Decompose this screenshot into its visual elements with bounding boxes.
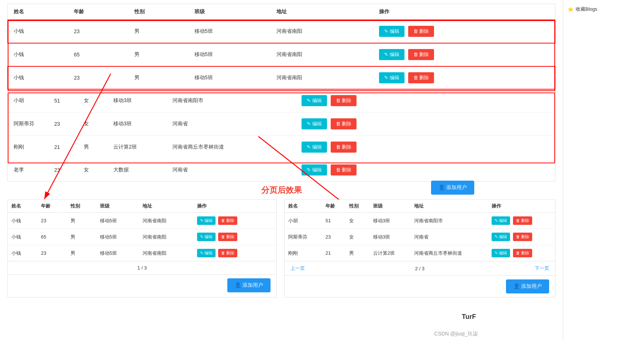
edit-button-sm[interactable]: ✎ 编辑 <box>492 216 510 225</box>
delete-button-sm[interactable]: 🗑 删除 <box>218 233 237 241</box>
cell-action: ✎ 编辑 🗑 删除 <box>373 43 555 66</box>
cell-address: 河南省南阳 <box>139 229 193 245</box>
edit-button-sm[interactable]: ✎ 编辑 <box>492 233 510 241</box>
cell-address: 河南省南阳 <box>139 213 193 229</box>
delete-button[interactable]: 🗑 删除 <box>331 164 357 175</box>
cell-action: ✎ 编辑 🗑 删除 <box>296 136 555 159</box>
gap <box>277 199 284 297</box>
cell-gender: 男 <box>128 20 189 43</box>
table-row: 小胡 51 女 移动3班 河南省南阳市 ✎ 编辑 🗑 删除 <box>8 89 555 112</box>
add-user-button-2[interactable]: 👤 添加用户 <box>506 279 549 293</box>
sidebar-item-blogs[interactable]: ⭐ 收藏Blogs <box>563 3 644 15</box>
cell-class: 移动3班 <box>369 213 410 229</box>
delete-button-sm[interactable]: 🗑 删除 <box>218 249 237 257</box>
edit-button[interactable]: ✎ 编辑 <box>302 164 327 175</box>
table-row: 小胡 51 女 移动3班 河南省南阳市 ✎ 编辑 🗑 删除 <box>285 213 555 229</box>
delete-button[interactable]: 🗑 删除 <box>331 95 357 106</box>
cell-age: 21 <box>322 245 345 261</box>
cell-action: ✎ 编辑 🗑 删除 <box>296 159 555 181</box>
cell-name: 小钱 <box>8 43 68 66</box>
cell-gender: 男 <box>345 245 369 261</box>
edit-button[interactable]: ✎ 编辑 <box>379 26 404 37</box>
cell-age: 23 <box>322 229 345 245</box>
add-user-button-1[interactable]: 👤 添加用户 <box>227 278 271 292</box>
cell-age: 23 <box>68 20 128 43</box>
cell-name: 小钱 <box>8 229 37 245</box>
right-sidebar: ⭐ 收藏Blogs <box>563 0 644 341</box>
main-table: 姓名 年龄 性别 班级 地址 操作 小钱 23 男 移动5班 <box>8 4 555 89</box>
cell-gender: 男 <box>67 213 96 229</box>
cell-name: 阿斯蒂芬 <box>8 112 48 136</box>
cell-address: 河南省南阳 <box>271 66 373 90</box>
delete-button[interactable]: 🗑 删除 <box>331 142 357 153</box>
edit-button[interactable]: ✎ 编辑 <box>302 118 327 129</box>
cell-class: 移动3班 <box>369 229 410 245</box>
page1-panel: 姓名 年龄 性别 班级 地址 操作 小钱 23 男 <box>7 199 277 297</box>
cell-age: 23 <box>48 159 78 181</box>
prev-page-link[interactable]: 上一页 <box>290 265 305 272</box>
cell-class: 移动3班 <box>107 112 166 136</box>
p1-col-name: 姓名 <box>8 200 37 213</box>
cell-address: 河南省南阳市 <box>410 213 488 229</box>
cell-class: 移动5班 <box>189 43 271 66</box>
delete-button[interactable]: 🗑 删除 <box>408 26 434 37</box>
main-table-wrapper: 姓名 年龄 性别 班级 地址 操作 小钱 23 男 移动5班 <box>7 4 555 182</box>
edit-button[interactable]: ✎ 编辑 <box>379 72 404 83</box>
page-number-2: 2 / 3 <box>415 266 424 271</box>
table-row: 小钱 65 男 移动5班 河南省南阳 ✎ 编辑 🗑 删除 <box>8 229 276 245</box>
cell-age: 65 <box>68 43 128 66</box>
cell-address: 河南省 <box>410 229 488 245</box>
turf-label: TurF <box>462 313 476 321</box>
cell-gender: 男 <box>128 43 189 66</box>
delete-button-sm[interactable]: 🗑 删除 <box>513 249 532 257</box>
p1-col-action: 操作 <box>193 200 276 213</box>
cell-class: 移动5班 <box>189 20 271 43</box>
main-add-user-button[interactable]: 👤 添加用户 <box>431 181 474 195</box>
cell-address: 河南省南阳 <box>271 43 373 66</box>
cell-class: 移动5班 <box>96 213 139 229</box>
table-row: 刚刚 21 男 云计算2班 河南省商丘市枣林街道 ✎ 编辑 🗑 删除 <box>8 136 555 159</box>
table-row: 小钱 23 男 移动5班 河南省南阳 ✎ 编辑 🗑 删除 <box>8 245 276 261</box>
edit-button-sm[interactable]: ✎ 编辑 <box>197 249 216 257</box>
next-page-link[interactable]: 下一页 <box>535 265 549 272</box>
cell-name: 刚刚 <box>285 245 322 261</box>
page2-table: 姓名 年龄 性别 班级 地址 操作 小胡 51 女 <box>285 200 555 261</box>
cell-address: 河南省南阳市 <box>166 89 296 112</box>
cell-age: 21 <box>48 136 78 159</box>
edit-button[interactable]: ✎ 编辑 <box>302 142 327 153</box>
col-action: 操作 <box>373 4 555 20</box>
p1-col-address: 地址 <box>139 200 193 213</box>
delete-button-sm[interactable]: 🗑 删除 <box>513 233 532 241</box>
col-class: 班级 <box>189 4 271 20</box>
edit-button[interactable]: ✎ 编辑 <box>302 95 327 106</box>
edit-button-sm[interactable]: ✎ 编辑 <box>197 233 216 241</box>
cell-name: 小钱 <box>8 66 68 90</box>
cell-class: 云计算2班 <box>369 245 410 261</box>
cell-address: 河南省南阳 <box>139 245 193 261</box>
p1-col-gender: 性别 <box>67 200 96 213</box>
cell-age: 23 <box>48 112 78 136</box>
delete-button[interactable]: 🗑 删除 <box>331 118 357 129</box>
delete-button[interactable]: 🗑 删除 <box>408 72 434 83</box>
edit-button-sm[interactable]: ✎ 编辑 <box>492 249 510 257</box>
edit-button-sm[interactable]: ✎ 编辑 <box>197 216 216 225</box>
table-row: 小钱 65 男 移动5班 河南省南阳 ✎ 编辑 🗑 删除 <box>8 43 555 66</box>
bottom-section: 姓名 年龄 性别 班级 地址 操作 小钱 23 男 <box>7 199 555 297</box>
cell-age: 51 <box>322 213 345 229</box>
main-content: 姓名 年龄 性别 班级 地址 操作 小钱 23 男 移动5班 <box>0 0 563 341</box>
p2-col-address: 地址 <box>410 200 488 213</box>
pagination-row-1: 1 / 3 <box>8 261 276 274</box>
cell-class: 移动5班 <box>189 66 271 90</box>
delete-button[interactable]: 🗑 删除 <box>408 49 434 60</box>
delete-button-sm[interactable]: 🗑 删除 <box>218 216 237 225</box>
main-table-group3: 老李 23 女 大数据 河南省 ✎ 编辑 🗑 删除 <box>8 159 555 181</box>
cell-class: 大数据 <box>107 159 166 181</box>
table-row: 阿斯蒂芬 23 女 移动3班 河南省 ✎ 编辑 🗑 删除 <box>285 229 555 245</box>
delete-button-sm[interactable]: 🗑 删除 <box>513 216 532 225</box>
cell-age: 51 <box>48 89 78 112</box>
cell-name: 小钱 <box>8 245 37 261</box>
cell-action: ✎ 编辑 🗑 删除 <box>373 20 555 43</box>
table-row: 小钱 23 男 移动5班 河南省南阳 ✎ 编辑 🗑 删除 <box>8 66 555 90</box>
cell-age: 23 <box>37 213 67 229</box>
edit-button[interactable]: ✎ 编辑 <box>379 49 404 60</box>
